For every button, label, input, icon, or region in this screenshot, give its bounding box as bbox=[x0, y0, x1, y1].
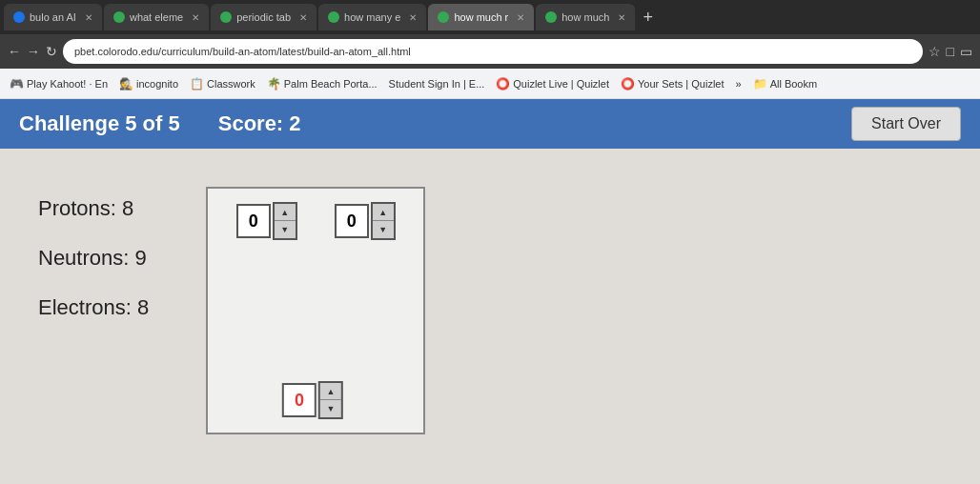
tab-close[interactable]: ✕ bbox=[192, 12, 199, 23]
spinner-3-value: 0 bbox=[282, 383, 316, 417]
extension-icon[interactable]: □ bbox=[947, 44, 954, 59]
spinner-2-up[interactable]: ▲ bbox=[373, 204, 394, 221]
back-button[interactable]: ← bbox=[8, 44, 21, 59]
spinner-2: 0 ▲ ▼ bbox=[335, 202, 396, 240]
bookmark-star-icon[interactable]: ☆ bbox=[929, 44, 941, 59]
bookmark-icon: 📁 bbox=[753, 77, 767, 91]
spinner-1-arrows: ▲ ▼ bbox=[273, 202, 297, 240]
address-text: pbet.colorodo.edu/curriculum/build-an-at… bbox=[74, 46, 411, 57]
bookmark-icon: 📋 bbox=[190, 77, 204, 91]
bookmark-studentsignin[interactable]: Student Sign In | E... bbox=[389, 78, 485, 90]
spinner-1-value: 0 bbox=[236, 204, 271, 238]
spinner-1-down[interactable]: ▼ bbox=[275, 221, 296, 238]
tab-howmany[interactable]: how many e ✕ bbox=[318, 4, 426, 30]
tab-close[interactable]: ✕ bbox=[409, 12, 417, 23]
app-container: Challenge 5 of 5 Score: 2 Start Over Pro… bbox=[0, 99, 980, 484]
challenge-info: Challenge 5 of 5 Score: 2 bbox=[19, 111, 301, 136]
tab-howmuchr[interactable]: how much r ✕ bbox=[428, 4, 534, 30]
new-tab-button[interactable]: + bbox=[643, 8, 653, 28]
bookmark-icon: ⭕ bbox=[496, 77, 510, 91]
tab-close[interactable]: ✕ bbox=[85, 12, 92, 23]
bottom-spinner: 0 ▲ ▼ bbox=[282, 381, 343, 419]
tab-icon bbox=[13, 11, 25, 23]
start-over-button[interactable]: Start Over bbox=[851, 107, 961, 141]
browser-chrome: bulo an AI ✕ what eleme ✕ periodic tab ✕… bbox=[0, 0, 980, 99]
spinner-2-arrows: ▲ ▼ bbox=[371, 202, 396, 240]
tab-icon bbox=[328, 11, 339, 23]
tab-close[interactable]: ✕ bbox=[618, 12, 625, 23]
spinner-3-arrows: ▲ ▼ bbox=[318, 381, 343, 419]
bookmark-classwork[interactable]: 📋 Classwork bbox=[190, 77, 255, 91]
atom-builder-box: 0 ▲ ▼ 0 ▲ ▼ 0 bbox=[206, 187, 425, 434]
neutrons-label: Neutrons: 9 bbox=[38, 246, 149, 271]
tab-icon bbox=[438, 11, 449, 23]
tab-bar: bulo an AI ✕ what eleme ✕ periodic tab ✕… bbox=[0, 0, 980, 34]
spinner-2-down[interactable]: ▼ bbox=[373, 221, 394, 238]
address-bar-row: ← → ↻ pbet.colorodo.edu/curriculum/build… bbox=[0, 34, 980, 69]
tab-icon bbox=[113, 11, 125, 23]
tab-icon bbox=[545, 11, 557, 23]
spinner-3-up[interactable]: ▲ bbox=[320, 383, 341, 400]
bookmark-allbookmarks[interactable]: 📁 All Bookm bbox=[753, 77, 818, 91]
bookmark-incognito[interactable]: 🕵 incognito bbox=[119, 77, 178, 91]
bookmark-quizletlive[interactable]: ⭕ Quizlet Live | Quizlet bbox=[496, 77, 609, 91]
spinner-1: 0 ▲ ▼ bbox=[236, 202, 297, 240]
bookmark-yoursets[interactable]: ⭕ Your Sets | Quizlet bbox=[621, 77, 725, 91]
toolbar-icons: ☆ □ ▭ bbox=[929, 44, 972, 59]
bookmark-icon: 🎮 bbox=[10, 77, 24, 91]
bookmarks-bar: 🎮 Play Kahoot! · En 🕵 incognito 📋 Classw… bbox=[0, 69, 980, 99]
spinner-2-value: 0 bbox=[335, 204, 369, 238]
forward-button[interactable]: → bbox=[27, 44, 40, 59]
tab-howmuch[interactable]: how much ✕ bbox=[536, 4, 635, 30]
atom-info: Protons: 8 Neutrons: 9 Electrons: 8 bbox=[38, 177, 149, 320]
bookmark-palmbeach[interactable]: 🌴 Palm Beach Porta... bbox=[267, 77, 378, 91]
spinner-1-up[interactable]: ▲ bbox=[275, 204, 296, 221]
bookmark-icon: 🌴 bbox=[267, 77, 281, 91]
spinner-3-down[interactable]: ▼ bbox=[320, 400, 341, 417]
header-bar: Challenge 5 of 5 Score: 2 Start Over bbox=[0, 99, 980, 149]
tab-close[interactable]: ✕ bbox=[299, 12, 307, 23]
nav-icons: ← → ↻ bbox=[8, 44, 57, 59]
tab-close[interactable]: ✕ bbox=[517, 12, 524, 23]
top-spinners-row: 0 ▲ ▼ 0 ▲ ▼ bbox=[217, 202, 414, 240]
bookmark-more[interactable]: » bbox=[736, 78, 742, 90]
tab-whatelement[interactable]: what eleme ✕ bbox=[104, 4, 209, 30]
reload-button[interactable]: ↻ bbox=[46, 44, 57, 59]
bookmark-icon: 🕵 bbox=[119, 77, 133, 91]
challenge-title: Challenge 5 of 5 bbox=[19, 111, 180, 136]
cast-icon[interactable]: ▭ bbox=[960, 44, 972, 59]
address-bar[interactable]: pbet.colorodo.edu/curriculum/build-an-at… bbox=[63, 39, 923, 64]
tab-icon bbox=[220, 11, 232, 23]
score-display: Score: 2 bbox=[218, 111, 301, 136]
tab-buildan[interactable]: bulo an AI ✕ bbox=[4, 4, 102, 30]
main-content: Protons: 8 Neutrons: 9 Electrons: 8 0 ▲ … bbox=[0, 149, 980, 484]
tab-periodic[interactable]: periodic tab ✕ bbox=[211, 4, 316, 30]
bookmark-playkahoot[interactable]: 🎮 Play Kahoot! · En bbox=[10, 77, 108, 91]
protons-label: Protons: 8 bbox=[38, 196, 149, 221]
bookmark-icon: ⭕ bbox=[621, 77, 635, 91]
electrons-label: Electrons: 8 bbox=[38, 295, 149, 320]
